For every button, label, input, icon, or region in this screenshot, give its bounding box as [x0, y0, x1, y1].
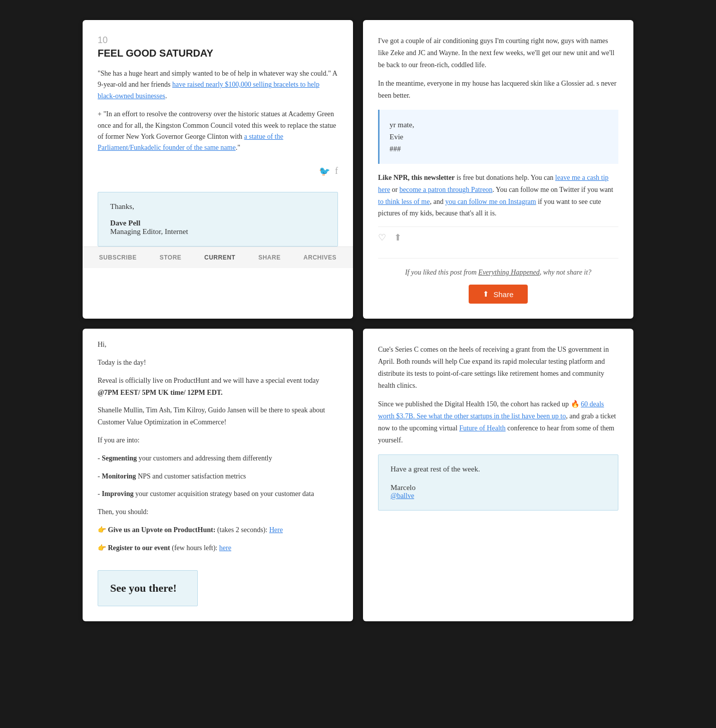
evie-para1: I've got a couple of air conditioning gu…	[378, 35, 618, 71]
cta2-bold: Register to our event	[106, 544, 170, 552]
then-para: Then, you should:	[98, 506, 338, 518]
into-para: If you are into:	[98, 434, 338, 446]
footer-text3: . You can follow me on Twitter if you wa…	[493, 186, 613, 193]
evie-para2: In the meantime, everyone in my house ha…	[378, 78, 618, 102]
footer-link4[interactable]: you can follow me on Instagram	[445, 198, 536, 205]
bullet3-rest: your customer acquisition strategy based…	[134, 490, 314, 498]
share-button[interactable]: ⬆ Share	[469, 285, 527, 304]
closing-text: Have a great rest of the week.	[391, 465, 606, 473]
article-2: + "In an effort to resolve the controver…	[98, 109, 338, 154]
panel-marcelo: Cue's Series C comes on the heels of rec…	[363, 329, 633, 621]
footer-link2[interactable]: become a patron through Patreon	[400, 186, 493, 193]
cue-para2-start: Since we published the Digital Health 15…	[378, 400, 581, 408]
panel-evie: I've got a couple of air conditioning gu…	[363, 20, 633, 319]
issue-number: 10	[98, 35, 338, 46]
author-name: Marcelo	[391, 483, 606, 492]
evie-footer: Like NPR, this newsletter is free but do…	[378, 172, 618, 219]
today-para: Today is the day!	[98, 357, 338, 369]
signature-box: Thanks, Dave Pell Managing Editor, Inter…	[98, 192, 338, 247]
cta2: 👉 Register to our event (few hours left)…	[98, 542, 338, 554]
share-prompt-link[interactable]: Everything Happened	[478, 269, 539, 276]
facebook-icon[interactable]: f	[335, 166, 338, 177]
cta2-link[interactable]: here	[219, 544, 231, 552]
quote-line1: yr mate,	[390, 119, 608, 131]
cta2-text: (few hours left):	[170, 544, 219, 552]
twitter-icon[interactable]: 🐦	[319, 166, 330, 177]
nav-store[interactable]: STORE	[160, 254, 182, 261]
footer-link3[interactable]: to think less of me	[378, 198, 430, 205]
author-name: Dave Pell	[110, 219, 325, 227]
evie-quote: yr mate, Evie ###	[378, 110, 618, 164]
cue-para2-link2[interactable]: Future of Health	[459, 424, 506, 432]
author-title: Managing Editor, Internet	[110, 227, 325, 236]
bullet2-rest: NPS and customer satisfaction metrics	[136, 472, 246, 480]
bullet1: - Segmenting your customers and addressi…	[98, 452, 338, 464]
nav-bar: SUBSCRIBE STORE CURRENT SHARE ARCHIVES	[83, 247, 353, 268]
cta1-text: (takes 2 seconds):	[215, 526, 269, 534]
panel-producthunt: Hi, Today is the day! Reveal is official…	[83, 329, 353, 621]
panel-feel-good: 10 FEEL GOOD SATURDAY "She has a huge he…	[83, 20, 353, 319]
heart-icon[interactable]: ♡	[378, 232, 386, 243]
closing-box: Have a great rest of the week. Marcelo @…	[378, 454, 618, 511]
nav-current[interactable]: CURRENT	[204, 254, 235, 261]
article-2-text: + "In an effort to resolve the controver…	[98, 110, 336, 140]
action-icons: ♡ ⬆	[378, 226, 618, 248]
nav-archives[interactable]: ARCHIVES	[303, 254, 336, 261]
share-button-label: Share	[493, 290, 513, 299]
social-icons: 🐦 f	[98, 161, 338, 182]
bullet1-rest: your customers and addressing them diffe…	[137, 454, 272, 462]
footer-text4: , and	[430, 198, 445, 205]
share-button-icon: ⬆	[483, 290, 489, 299]
bullet3: - Improving your customer acquisition st…	[98, 488, 338, 500]
author-handle[interactable]: @ballve	[391, 492, 606, 500]
cta2-emoji: 👉	[98, 544, 106, 552]
reveal-text: Reveal is officially live on ProductHunt…	[98, 377, 319, 384]
quote-line2: Evie	[390, 131, 608, 143]
bullet2-bold: Monitoring	[102, 472, 136, 480]
article-1: "She has a huge heart and simply wanted …	[98, 68, 338, 102]
nav-subscribe[interactable]: SUBSCRIBE	[99, 254, 137, 261]
share-prompt: If you liked this post from Everything H…	[378, 269, 618, 277]
bullet1-bold: Segmenting	[102, 454, 137, 462]
reveal-time: @7PM EEST/ 5PM UK time/ 12PM EDT.	[98, 389, 223, 396]
cta1-bold: Give us an Upvote on ProductHunt:	[106, 526, 215, 534]
bullet2: - Monitoring NPS and customer satisfacti…	[98, 470, 338, 482]
evie-para2-start: In the meantime, everyone in my house ha…	[378, 80, 595, 87]
cue-para1: Cue's Series C comes on the heels of rec…	[378, 344, 618, 391]
share-prompt-start: If you liked this post from	[405, 269, 478, 276]
cta1: 👉 Give us an Upvote on ProductHunt: (tak…	[98, 524, 338, 536]
share-section: If you liked this post from Everything H…	[378, 258, 618, 304]
quote-line3: ###	[390, 143, 608, 155]
see-you-text: See you there!	[110, 582, 185, 595]
cue-para2: Since we published the Digital Health 15…	[378, 398, 618, 446]
share-prompt-end: , why not share it?	[540, 269, 591, 276]
footer-bold: Like NPR, this newsletter	[378, 174, 455, 181]
cta1-emoji: 👉	[98, 526, 106, 534]
thanks-text: Thanks,	[110, 202, 325, 211]
greeting: Hi,	[98, 339, 338, 351]
article-1-end: .	[165, 92, 167, 100]
newsletter-title: FEEL GOOD SATURDAY	[98, 48, 338, 59]
see-you-box: See you there!	[98, 570, 198, 606]
speakers-para: Shanelle Mullin, Tim Ash, Tim Kilroy, Gu…	[98, 404, 338, 428]
cta1-link[interactable]: Here	[269, 526, 283, 534]
bullet3-bold: Improving	[102, 490, 134, 498]
footer-text2: or	[390, 186, 400, 193]
share-icon[interactable]: ⬆	[394, 232, 402, 243]
nav-share[interactable]: SHARE	[258, 254, 281, 261]
reveal-para: Reveal is officially live on ProductHunt…	[98, 375, 338, 399]
footer-text1: is free but donations help. You can	[455, 174, 555, 181]
article-2-end: ."	[236, 144, 240, 151]
